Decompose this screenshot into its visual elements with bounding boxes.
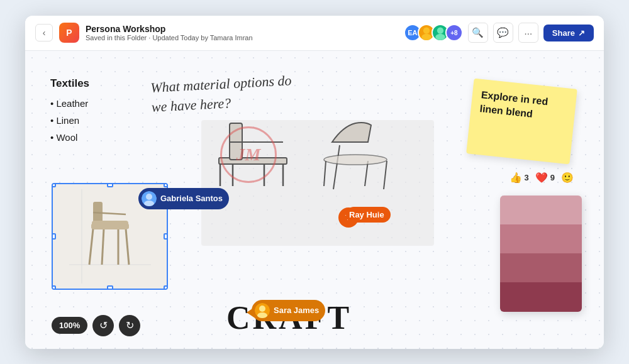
handle-bottom-right[interactable]: [164, 285, 168, 290]
undo-button[interactable]: ↺: [92, 315, 114, 336]
list-item: Linen: [50, 112, 89, 129]
color-swatch: [500, 196, 582, 312]
redo-button[interactable]: ↻: [119, 315, 140, 336]
title-group: Persona Workshop Saved in this Folder · …: [86, 24, 398, 41]
doc-title: Persona Workshop: [86, 24, 398, 34]
sticky-note: Explore in red linen blend: [466, 78, 577, 164]
header-actions: EA +8 🔍 💬 ··· Share ↗: [404, 23, 594, 43]
chair-photo: [69, 189, 151, 284]
svg-line-11: [333, 145, 340, 189]
canvas-area[interactable]: Textiles Leather Linen Wool What materia…: [25, 51, 604, 349]
svg-point-31: [259, 306, 265, 312]
cursor-sara: Sara James: [252, 300, 325, 321]
swatch-4: [500, 282, 582, 311]
textiles-list: Leather Linen Wool: [50, 95, 89, 146]
svg-point-0: [423, 27, 430, 33]
textiles-note: Textiles Leather Linen Wool: [50, 77, 89, 146]
cursor-ray-label: Ray Huie: [349, 210, 384, 219]
cursor-gabriela: Gabriela Santos: [138, 188, 229, 209]
svg-point-3: [435, 34, 445, 40]
reaction-smile[interactable]: 🙂: [561, 172, 574, 184]
svg-point-15: [324, 155, 387, 165]
sketch-area: [201, 89, 491, 296]
cursor-gabriela-label: Gabriela Santos: [160, 194, 223, 203]
svg-point-1: [421, 34, 431, 40]
search-button[interactable]: 🔍: [468, 23, 488, 43]
swatch-1: [500, 196, 582, 224]
avatar-sara: [255, 303, 270, 318]
avatar-gabriela: [142, 191, 157, 206]
handle-bottom-mid[interactable]: [107, 285, 113, 290]
svg-line-14: [324, 161, 326, 186]
textiles-title: Textiles: [50, 77, 89, 90]
handle-bottom-left[interactable]: [52, 285, 56, 290]
svg-point-28: [146, 194, 152, 200]
list-item: Wool: [50, 129, 89, 146]
chair-sketch-2: [321, 108, 421, 202]
cursor-ray: Ray Huie: [346, 207, 391, 223]
back-button[interactable]: ‹: [35, 24, 53, 41]
swatch-3: [500, 253, 582, 282]
reaction-thumbs[interactable]: 👍 3: [509, 172, 529, 184]
handle-mid-left[interactable]: [52, 233, 56, 240]
cursor-sara-label: Sara James: [274, 306, 319, 315]
swatch-2: [500, 224, 582, 253]
chat-button[interactable]: 💬: [493, 23, 513, 43]
question-text: What material options dowe have here?: [150, 71, 293, 117]
header: ‹ P Persona Workshop Saved in this Folde…: [25, 16, 604, 51]
share-button[interactable]: Share ↗: [543, 25, 594, 41]
avatar-group: EA +8: [404, 24, 463, 41]
svg-rect-25: [92, 221, 128, 229]
more-button[interactable]: ···: [518, 23, 538, 43]
handle-top-right[interactable]: [164, 183, 168, 187]
handle-mid-right[interactable]: [164, 233, 168, 240]
svg-point-2: [437, 27, 443, 33]
app-window: ‹ P Persona Workshop Saved in this Folde…: [25, 16, 604, 349]
avatar-more: +8: [445, 24, 463, 41]
handle-top-left[interactable]: [52, 183, 56, 187]
handle-top-mid[interactable]: [107, 183, 113, 187]
bottom-toolbar: 100% ↺ ↻: [52, 315, 140, 336]
watermark: JM: [220, 126, 277, 183]
svg-line-12: [384, 161, 387, 189]
doc-subtitle: Saved in this Folder · Updated Today by …: [86, 34, 398, 41]
zoom-badge[interactable]: 100%: [52, 317, 87, 334]
app-icon: P: [59, 23, 79, 43]
reactions: 👍 3 ❤️ 9 🙂: [509, 172, 574, 184]
reaction-heart[interactable]: ❤️ 9: [535, 172, 555, 184]
list-item: Leather: [50, 95, 89, 112]
